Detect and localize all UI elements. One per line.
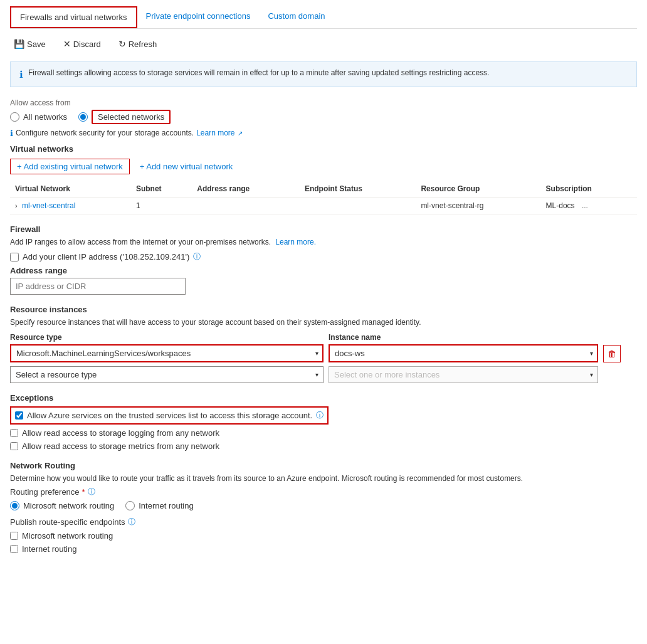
selected-networks-option[interactable]: Selected networks: [78, 110, 171, 124]
add-new-vnet-button[interactable]: + Add new virtual network: [140, 159, 233, 174]
allow-access-section: Allow access from All networks Selected …: [10, 98, 637, 124]
table-row[interactable]: › ml-vnet-scentral 1 ml-vnet-scentral-rg…: [10, 198, 637, 214]
exception-item-1[interactable]: Allow read access to storage logging fro…: [10, 428, 637, 438]
selected-networks-radio[interactable]: [78, 112, 88, 122]
address-range-input[interactable]: [10, 278, 186, 295]
microsoft-routing-option[interactable]: Microsoft network routing: [10, 501, 114, 510]
save-icon: 💾: [14, 39, 24, 49]
firewall-description: Add IP ranges to allow access from the i…: [10, 238, 637, 246]
internet-routing-radio[interactable]: [125, 501, 135, 510]
access-radio-group: All networks Selected networks: [10, 110, 637, 124]
network-security-info: ℹ Configure network security for your st…: [10, 128, 637, 138]
exceptions-title: Exceptions: [10, 393, 637, 403]
vnet-name-cell: › ml-vnet-scentral: [10, 198, 131, 214]
delete-instance-button-1[interactable]: 🗑: [603, 345, 621, 362]
firewall-learn-more[interactable]: Learn more.: [275, 238, 316, 246]
exception-item-0[interactable]: Allow Azure services on the trusted serv…: [10, 406, 329, 425]
virtual-networks-title: Virtual networks: [10, 144, 637, 154]
address-range-label: Address range: [10, 266, 637, 275]
info-banner: ℹ Firewall settings allowing access to s…: [10, 61, 637, 87]
routing-preference-label: Routing preference * ⓘ: [10, 487, 637, 497]
all-networks-radio[interactable]: [10, 112, 19, 122]
resource-column-labels: Resource type Instance name: [10, 333, 637, 342]
col-address-range: Address range: [192, 181, 300, 198]
resource-type-select-container-1: Microsoft.MachineLearningServices/worksp…: [10, 344, 324, 362]
resource-instances-desc: Specify resource instances that will hav…: [10, 318, 637, 327]
network-security-learn-more[interactable]: Learn more: [196, 129, 234, 137]
resource-instance-row-1: Microsoft.MachineLearningServices/worksp…: [10, 344, 637, 362]
exceptions-section: Exceptions Allow Azure services on the t…: [10, 393, 637, 451]
vnet-endpoint-cell: [300, 198, 416, 214]
resource-type-col-label: Resource type: [10, 333, 324, 342]
col-endpoint-status: Endpoint Status: [300, 181, 416, 198]
resource-instances-title: Resource instances: [10, 305, 637, 314]
exception-info-icon-0[interactable]: ⓘ: [316, 410, 324, 421]
refresh-button[interactable]: ↻ Refresh: [115, 36, 161, 51]
routing-pref-info-icon[interactable]: ⓘ: [88, 487, 95, 497]
publish-info-icon[interactable]: ⓘ: [128, 517, 135, 527]
internet-routing-option[interactable]: Internet routing: [125, 501, 193, 510]
tab-custom-domain[interactable]: Custom domain: [259, 6, 334, 28]
publish-internet-routing[interactable]: Internet routing: [10, 544, 637, 554]
client-ip-checkbox-input[interactable]: [10, 253, 19, 261]
instance-name-col-label: Instance name: [329, 333, 637, 342]
publish-internet-checkbox[interactable]: [10, 545, 18, 553]
save-button[interactable]: 💾 Save: [10, 36, 50, 51]
resource-instances-section: Resource instances Specify resource inst…: [10, 305, 637, 383]
info-icon: ℹ: [19, 69, 23, 80]
exception-checkbox-1[interactable]: [10, 429, 18, 437]
network-routing-desc: Determine how you would like to route yo…: [10, 474, 637, 483]
all-networks-option[interactable]: All networks: [10, 112, 67, 122]
resource-type-select-1[interactable]: Microsoft.MachineLearningServices/worksp…: [10, 344, 324, 362]
refresh-icon: ↻: [118, 39, 126, 49]
vnet-rg-cell: ml-vnet-scentral-rg: [416, 198, 540, 214]
col-subnet: Subnet: [131, 181, 192, 198]
allow-access-label: Allow access from: [10, 98, 637, 107]
resource-type-select-container-2: Select a resource type ▾: [10, 366, 324, 383]
instance-name-select-container-1: docs-ws ▾: [329, 344, 598, 362]
network-routing-title: Network Routing: [10, 461, 637, 470]
exception-checkbox-2[interactable]: [10, 442, 18, 450]
network-info-icon: ℹ: [10, 129, 13, 138]
virtual-networks-section: Virtual networks + Add existing virtual …: [10, 144, 637, 214]
tab-firewalls[interactable]: Firewalls and virtual networks: [10, 6, 137, 28]
exception-checkbox-0[interactable]: [15, 411, 23, 420]
vnet-actions: + Add existing virtual network + Add new…: [10, 159, 637, 174]
publish-microsoft-checkbox[interactable]: [10, 532, 18, 540]
discard-button[interactable]: ✕ Discard: [60, 36, 105, 51]
instance-name-select-1[interactable]: docs-ws: [329, 344, 598, 362]
col-resource-group: Resource Group: [416, 181, 540, 198]
network-routing-section: Network Routing Determine how you would …: [10, 461, 637, 554]
publish-microsoft-routing[interactable]: Microsoft network routing: [10, 531, 637, 541]
col-subscription: Subscription: [541, 181, 637, 198]
exception-item-2[interactable]: Allow read access to storage metrics fro…: [10, 441, 637, 451]
publish-endpoints-label: Publish route-specific endpoints ⓘ: [10, 517, 637, 527]
instance-name-select-2[interactable]: Select one or more instances: [329, 366, 598, 383]
external-link-icon: ↗: [238, 130, 243, 137]
firewall-section: Firewall Add IP ranges to allow access f…: [10, 224, 637, 295]
firewall-title: Firewall: [10, 224, 637, 234]
virtual-networks-table: Virtual Network Subnet Address range End…: [10, 181, 637, 214]
vnet-address-cell: [192, 198, 300, 214]
vnet-sub-cell: ML-docs ...: [541, 198, 637, 214]
microsoft-routing-radio[interactable]: [10, 501, 19, 510]
discard-icon: ✕: [63, 39, 71, 49]
add-client-ip-checkbox[interactable]: Add your client IP address ('108.252.109…: [10, 251, 637, 262]
col-virtual-network: Virtual Network: [10, 181, 131, 198]
client-ip-info-icon[interactable]: ⓘ: [193, 251, 201, 262]
resource-instance-row-2: Select a resource type ▾ Select one or m…: [10, 366, 637, 383]
resource-type-select-2[interactable]: Select a resource type: [10, 366, 324, 383]
instance-name-select-container-2: Select one or more instances ▾: [329, 366, 598, 383]
routing-radio-group: Microsoft network routing Internet routi…: [10, 501, 637, 510]
expand-icon[interactable]: ›: [15, 202, 18, 209]
vnet-subnet-cell: 1: [131, 198, 192, 214]
required-asterisk: *: [82, 487, 85, 497]
tab-private-endpoints[interactable]: Private endpoint connections: [137, 6, 260, 28]
add-existing-vnet-button[interactable]: + Add existing virtual network: [10, 159, 130, 174]
